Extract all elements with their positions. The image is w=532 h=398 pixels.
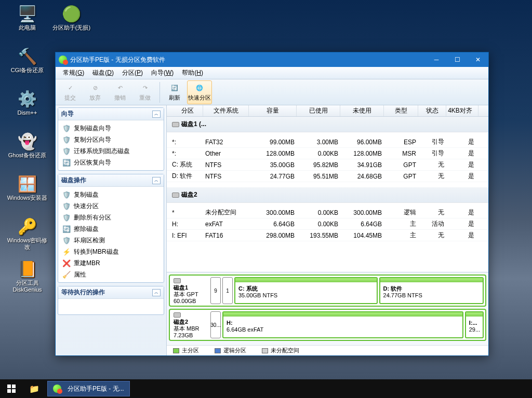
- partition-segment[interactable]: C: 系统35.00GB NTFS: [234, 277, 378, 304]
- file-explorer-button[interactable]: 📁: [23, 379, 46, 398]
- seg-name: I:...: [469, 320, 480, 326]
- cell-free: 104.45MB: [340, 232, 384, 239]
- svg-rect-1: [12, 385, 16, 388]
- disk-map[interactable]: 磁盘1基本 GPT60.00GB91C: 系统35.00GB NTFSD: 软件…: [169, 275, 486, 307]
- cell-part: *:: [167, 139, 203, 146]
- cell-align: 是: [446, 160, 478, 169]
- sidebar-item[interactable]: ❌重建MBR: [58, 257, 164, 269]
- column-header[interactable]: 文件系统: [203, 105, 249, 116]
- menu-item[interactable]: 向导(W): [147, 67, 178, 78]
- toolbar-快速分区[interactable]: 🌐快速分区: [187, 80, 212, 104]
- partition-segment[interactable]: 30...: [210, 311, 221, 338]
- sidebar-item[interactable]: 🧹属性: [58, 269, 164, 280]
- column-header[interactable]: 4KB对齐: [446, 105, 478, 116]
- partition-segment[interactable]: H:6.64GB exFAT: [222, 311, 463, 338]
- seg-sub: 24.77GB NTFS: [383, 292, 480, 299]
- cell-align: 是: [446, 149, 478, 158]
- collapse-icon[interactable]: ︿: [152, 177, 161, 184]
- partition-row[interactable]: *未分配空间300.00MB0.00KB300.00MB逻辑无是: [167, 207, 488, 218]
- toolbar-刷新[interactable]: 🔄刷新: [162, 80, 187, 104]
- partition-row[interactable]: C: 系统NTFS35.00GB95.82MB34.91GBGPT无是: [167, 159, 488, 171]
- sidebar: 向导︿🛡️复制磁盘向导🛡️复制分区向导🛡️迁移系统到固态磁盘🔄分区恢复向导磁盘操…: [56, 105, 167, 355]
- taskbar-app[interactable]: 分区助手PE版 - 无...: [47, 381, 130, 396]
- column-header[interactable]: 容量: [249, 105, 297, 116]
- desktop-icon[interactable]: 🖥️此电脑: [5, 3, 49, 44]
- desktop-icon[interactable]: 🔑Windows密码修改: [5, 215, 49, 257]
- disk-map[interactable]: 磁盘2基本 MBR7.23GB30...H:6.64GB exFATI:...2…: [169, 309, 486, 341]
- panel-header[interactable]: 向导︿: [58, 108, 164, 120]
- sidebar-item[interactable]: 🛡️迁移系统到固态磁盘: [58, 145, 164, 157]
- sidebar-item[interactable]: 🛡️复制磁盘向导: [58, 122, 164, 134]
- sidebar-item[interactable]: 🛡️坏扇区检测: [58, 235, 164, 246]
- sidebar-item-label: 擦除磁盘: [74, 225, 99, 234]
- desktop-icon[interactable]: 📙分区工具DiskGenius: [5, 258, 49, 299]
- cell-cap: 35.00GB: [249, 161, 297, 169]
- close-button[interactable]: ✕: [468, 52, 488, 67]
- partition-segment[interactable]: D: 软件24.77GB NTFS: [379, 277, 484, 304]
- taskbar-app-label: 分区助手PE版 - 无...: [68, 385, 124, 393]
- app-icon: 📙: [17, 258, 38, 280]
- toolbar-icon: 🌐: [194, 83, 205, 93]
- toolbar-icon: ↶: [115, 83, 125, 93]
- cell-used: 95.82MB: [297, 161, 340, 169]
- sidebar-item[interactable]: 🛡️复制磁盘: [58, 189, 164, 200]
- cell-align: 是: [446, 231, 478, 240]
- desktop-icon-label: 分区助手(无损): [52, 24, 90, 31]
- partition-row[interactable]: I: EFIFAT16298.00MB193.55MB104.45MB主无是: [167, 230, 488, 241]
- minimize-button[interactable]: ─: [426, 52, 447, 67]
- partition-row[interactable]: H:exFAT6.64GB0.00KB6.64GB主活动是: [167, 218, 488, 230]
- menu-item[interactable]: 帮助(H): [178, 67, 207, 78]
- column-header[interactable]: 已使用: [297, 105, 340, 116]
- sidebar-item[interactable]: 🔄分区恢复向导: [58, 157, 164, 168]
- sidebar-item-label: 迁移系统到固态磁盘: [74, 147, 130, 156]
- cell-type: 主: [384, 219, 418, 228]
- cell-stat: 无: [418, 172, 446, 181]
- sidebar-item[interactable]: 🛡️删除所有分区: [58, 212, 164, 223]
- desktop-icon[interactable]: 👻Ghost备份还原: [5, 130, 49, 172]
- collapse-icon[interactable]: ︿: [152, 111, 161, 118]
- partition-segment[interactable]: 1: [222, 277, 233, 304]
- partition-segment[interactable]: I:...29...: [465, 311, 484, 338]
- cell-type: GPT: [384, 173, 418, 180]
- legend-label: 未分配空间: [271, 347, 299, 354]
- menu-item[interactable]: 磁盘(D): [88, 67, 118, 78]
- partition-grid[interactable]: 磁盘1 (...*:FAT3299.00MB3.00MB96.00MBESP引导…: [167, 117, 488, 272]
- cell-align: 是: [446, 219, 478, 228]
- maximize-button[interactable]: ☐: [447, 52, 468, 67]
- partition-row[interactable]: *:FAT3299.00MB3.00MB96.00MBESP引导是: [167, 136, 488, 148]
- menu-item[interactable]: 分区(P): [118, 67, 147, 78]
- partition-row[interactable]: *:Other128.00MB0.00KB128.00MBMSR引导是: [167, 148, 488, 159]
- column-header[interactable]: 未使用: [340, 105, 384, 116]
- toolbar: ✓提交⊘放弃↶撤销↷重做🔄刷新🌐快速分区: [56, 79, 488, 105]
- sidebar-item[interactable]: 🛡️快速分区: [58, 200, 164, 212]
- desktop-icon[interactable]: ⚙️Dism++: [5, 88, 49, 129]
- desktop-icon[interactable]: 🟢 分区助手(无损): [49, 3, 94, 44]
- seg-sub: 6.64GB exFAT: [227, 326, 459, 333]
- menu-item[interactable]: 常规(G): [59, 67, 88, 78]
- cell-used: 95.51MB: [297, 173, 340, 180]
- cell-part: H:: [167, 221, 203, 228]
- titlebar[interactable]: 分区助手PE版 - 无损分区免费软件 ─ ☐ ✕: [56, 52, 488, 67]
- partition-row[interactable]: D: 软件NTFS24.77GB95.51MB24.68GBGPT无是: [167, 171, 488, 182]
- sidebar-item[interactable]: 🔄擦除磁盘: [58, 223, 164, 235]
- desktop-icon[interactable]: 🪟Windows安装器: [5, 173, 49, 214]
- panel-header[interactable]: 等待执行的操作︿: [58, 286, 164, 299]
- column-header[interactable]: 状态: [418, 105, 446, 116]
- start-button[interactable]: [0, 379, 23, 398]
- panel-header[interactable]: 磁盘操作︿: [58, 174, 164, 187]
- menubar: 常规(G)磁盘(D)分区(P)向导(W)帮助(H): [56, 67, 488, 79]
- legend: 主分区逻辑分区未分配空间: [167, 345, 488, 355]
- cell-type: ESP: [384, 139, 418, 146]
- sidebar-item[interactable]: 🛡️复制分区向导: [58, 134, 164, 145]
- seg-sub: 35.00GB NTFS: [238, 292, 374, 299]
- column-header[interactable]: 类型: [384, 105, 418, 116]
- disk-header-row[interactable]: 磁盘2: [167, 187, 488, 203]
- collapse-icon[interactable]: ︿: [152, 289, 161, 296]
- column-header[interactable]: 分区: [167, 105, 203, 116]
- cell-used: 0.00KB: [297, 221, 340, 228]
- disk-title: 磁盘1 (...: [181, 120, 206, 129]
- disk-header-row[interactable]: 磁盘1 (...: [167, 117, 488, 132]
- sidebar-item[interactable]: ⚡转换到MBR磁盘: [58, 246, 164, 257]
- desktop-icon[interactable]: 🔨CGI备份还原: [5, 45, 49, 87]
- partition-segment[interactable]: 9: [210, 277, 221, 304]
